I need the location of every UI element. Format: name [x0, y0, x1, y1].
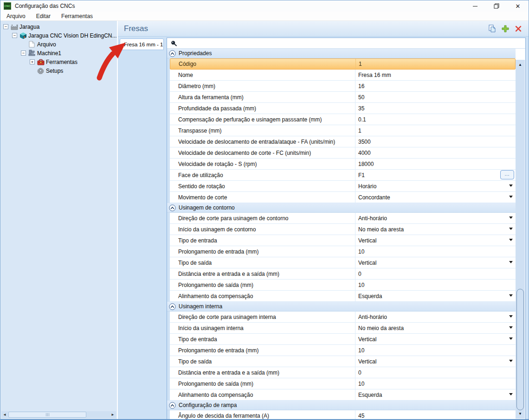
scroll-up-icon[interactable]: ▲	[516, 63, 525, 67]
property-value[interactable]: Anti-horário	[355, 312, 516, 322]
property-row-dire-o-de-corte-para-usinagem-interna[interactable]: Direção de corte para usinagem internaAn…	[170, 312, 516, 323]
grid-vertical-scrollbar[interactable]: ▲ ▼	[516, 60, 525, 419]
property-value[interactable]: Esquerda	[355, 291, 516, 301]
property-row-face-de-utiliza-o[interactable]: Face de utilizaçãoF1…	[170, 170, 516, 181]
property-row-dist-ncia-entre-a-entrada-e-a-sa-da-mm[interactable]: Distância entre a entrada e a saída (mm)…	[170, 367, 516, 378]
collapse-section-icon[interactable]	[169, 204, 176, 211]
dropdown-arrow-icon[interactable]	[509, 337, 513, 340]
ellipsis-button[interactable]: …	[500, 170, 514, 179]
property-value[interactable]: Vertical	[355, 257, 516, 268]
property-value[interactable]: Fresa 16 mm	[355, 70, 516, 80]
dropdown-arrow-icon[interactable]	[509, 261, 513, 263]
property-value[interactable]: Horário	[355, 181, 516, 191]
collapse-section-icon[interactable]	[169, 402, 176, 409]
dropdown-arrow-icon[interactable]	[509, 196, 513, 198]
property-row-tipo-de-sa-da[interactable]: Tipo de saídaVertical	[170, 356, 516, 367]
property-row-c-digo[interactable]: Código1	[170, 58, 516, 70]
property-row-in-cio-da-usinagem-interna[interactable]: Início da usinagem internaNo meio da are…	[170, 323, 516, 334]
property-value[interactable]: No meio da aresta	[355, 224, 516, 235]
property-value[interactable]: 1	[356, 59, 515, 69]
property-value[interactable]: 0.1	[355, 114, 516, 125]
property-value[interactable]: 50	[355, 92, 516, 102]
property-row-compensa-o-de-perfura-o-e-usinagem-passsante-mm[interactable]: Compensação de perfuração e usinagem pas…	[170, 114, 516, 125]
dropdown-arrow-icon[interactable]	[509, 294, 513, 297]
property-value[interactable]: F1…	[355, 170, 516, 180]
property-row-velocidade-de-deslocamento-de-entrada-ataque-fa-units-min[interactable]: Velocidade de deslocamento de entrada/at…	[170, 136, 516, 147]
vertical-scroll-thumb[interactable]	[516, 289, 524, 410]
property-row-in-cio-da-usinagem-de-contorno[interactable]: Início da usinagem de contornoNo meio da…	[170, 224, 516, 235]
property-row-velocidade-de-deslocamento-de-corte-fc-units-min[interactable]: Velocidade de deslocamento de corte - FC…	[170, 147, 516, 159]
collapse-icon[interactable]: −	[21, 51, 26, 56]
property-value[interactable]: 0	[355, 268, 516, 279]
property-row-tipo-de-sa-da[interactable]: Tipo de saídaVertical	[170, 257, 516, 268]
property-value[interactable]: Vertical	[355, 356, 516, 367]
property-row-alinhamento-da-compensa-o[interactable]: Alinhamento da compensaçãoEsquerda	[170, 389, 516, 401]
close-button[interactable]: ✕	[507, 0, 529, 12]
collapse-section-icon[interactable]	[169, 50, 176, 57]
section-header-usinagem-interna[interactable]: Usinagem interna	[167, 302, 516, 312]
scroll-left-icon[interactable]: ◄	[1, 411, 8, 418]
dropdown-arrow-icon[interactable]	[509, 228, 513, 230]
property-value[interactable]: 16	[355, 81, 516, 91]
tree-item-jaragua[interactable]: −Jaragua	[0, 22, 117, 31]
property-row-velocidade-de-rota-o-s-rpm[interactable]: Velocidade de rotação - S (rpm)18000	[170, 159, 516, 170]
property-value[interactable]: 35	[355, 103, 516, 114]
property-value[interactable]: 3500	[355, 136, 516, 147]
dropdown-arrow-icon[interactable]	[509, 185, 513, 187]
property-value[interactable]: 10	[355, 280, 516, 290]
property-value[interactable]: 0	[355, 367, 516, 378]
scroll-thumb[interactable]	[8, 412, 86, 418]
section-header-configura-o-de-rampa[interactable]: Configuração de rampa	[167, 401, 516, 410]
property-row-prolongamento-de-sa-da-mm[interactable]: Prolongamento de saída (mm)10	[170, 378, 516, 389]
property-value[interactable]: Concordante	[355, 192, 516, 203]
property-value[interactable]: 45	[355, 410, 516, 419]
tab-fresa-16mm-1[interactable]: Fresa 16 mm - 1	[120, 38, 164, 50]
property-row-dist-ncia-entre-a-entrada-e-a-sa-da-mm[interactable]: Distância entre a entrada e a saída (mm)…	[170, 268, 516, 280]
property-value[interactable]: 10	[355, 378, 516, 389]
tree-item-ferramentas[interactable]: +Ferramentas	[0, 57, 117, 66]
property-row-sentido-de-rota-o[interactable]: Sentido de rotaçãoHorário	[170, 181, 516, 192]
property-value[interactable]: 18000	[355, 159, 516, 169]
menu-item-editar[interactable]: Editar	[32, 12, 55, 20]
property-row-tipo-de-entrada[interactable]: Tipo de entradaVertical	[170, 235, 516, 246]
property-row-profundidade-da-passada-mm[interactable]: Profundidade da passada (mm)35	[170, 103, 516, 114]
collapse-section-icon[interactable]	[169, 303, 176, 310]
property-value[interactable]: Vertical	[355, 334, 516, 344]
tree-item-jaragua-cnc-vision-dh-edingcn[interactable]: −Jaragua CNC Vision DH EdingCN...	[0, 31, 117, 40]
dropdown-arrow-icon[interactable]	[509, 315, 513, 318]
tree-item-machine1[interactable]: −Machine1	[0, 49, 117, 57]
property-value[interactable]: 1	[355, 125, 516, 136]
search-bar[interactable]	[167, 38, 525, 49]
add-button[interactable]	[501, 24, 510, 33]
property-row-movimento-de-corte[interactable]: Movimento de corteConcordante	[170, 192, 516, 203]
property-row-prolongamento-de-entrada-mm[interactable]: Prolongamento de entrada (mm)10	[170, 345, 516, 356]
restore-button[interactable]	[486, 0, 507, 12]
property-row-ngulo-de-descida-da-ferramenta-a[interactable]: Ângulo de descida da ferramenta (A)45	[170, 410, 516, 419]
scroll-right-icon[interactable]: ►	[110, 411, 116, 418]
dropdown-arrow-icon[interactable]	[509, 239, 513, 241]
scroll-track[interactable]	[8, 411, 110, 418]
expand-icon[interactable]: +	[30, 59, 35, 64]
property-row-prolongamento-de-sa-da-mm[interactable]: Prolongamento de saída (mm)10	[170, 280, 516, 291]
property-value[interactable]: No meio da aresta	[355, 323, 516, 333]
property-row-tipo-de-entrada[interactable]: Tipo de entradaVertical	[170, 334, 516, 345]
property-value[interactable]: Esquerda	[355, 389, 516, 400]
section-header-propriedades[interactable]: Propriedades	[167, 49, 516, 58]
minimize-button[interactable]	[464, 0, 486, 12]
scroll-down-icon[interactable]: ▼	[516, 412, 525, 416]
menu-item-ferramentas[interactable]: Ferramentas	[57, 12, 97, 20]
property-row-dire-o-de-corte-para-usinagem-de-contorno[interactable]: Direção de corte para usinagem de contor…	[170, 213, 516, 224]
property-value[interactable]: Vertical	[355, 235, 516, 246]
dropdown-arrow-icon[interactable]	[509, 326, 513, 329]
property-row-nome[interactable]: NomeFresa 16 mm	[170, 70, 516, 81]
tree-item-setups[interactable]: Setups	[0, 66, 117, 75]
property-value[interactable]: 10	[355, 246, 516, 257]
dropdown-arrow-icon[interactable]	[509, 393, 513, 395]
property-value[interactable]: Anti-horário	[355, 213, 516, 223]
property-row-alinhamento-da-compensa-o[interactable]: Alinhamento da compensaçãoEsquerda	[170, 291, 516, 302]
collapse-icon[interactable]: −	[3, 24, 8, 29]
property-row-prolongamento-de-entrada-mm[interactable]: Prolongamento de entrada (mm)10	[170, 246, 516, 257]
menu-item-arquivo[interactable]: Arquivo	[2, 12, 30, 20]
property-row-di-metro-mm[interactable]: Diâmetro (mm)16	[170, 81, 516, 92]
tree-item-arquivo[interactable]: Arquivo	[0, 40, 117, 49]
